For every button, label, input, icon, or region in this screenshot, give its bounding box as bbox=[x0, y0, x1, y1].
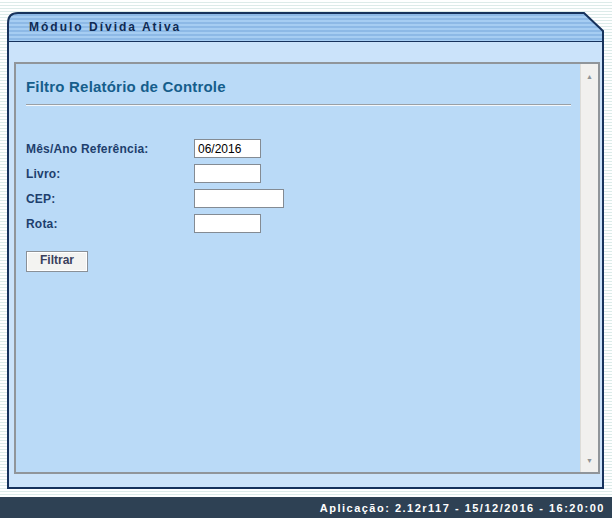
application-window: { "title_bar": { "title": "Módulo Dívida… bbox=[0, 0, 612, 518]
panel-heading: Filtro Relatório de Controle bbox=[26, 78, 571, 95]
form-row-rota: Rota: bbox=[26, 214, 571, 233]
mes-ano-referencia-label: Mês/Ano Referência: bbox=[26, 142, 194, 156]
form-row-livro: Livro: bbox=[26, 164, 571, 183]
rota-label: Rota: bbox=[26, 217, 194, 231]
mes-ano-referencia-input[interactable] bbox=[194, 139, 261, 158]
livro-label: Livro: bbox=[26, 167, 194, 181]
cep-input[interactable] bbox=[194, 189, 284, 208]
filter-panel-content: Filtro Relatório de Controle Mês/Ano Ref… bbox=[16, 64, 581, 472]
filter-form: Mês/Ano Referência: Livro: CEP: Rota: bbox=[26, 139, 571, 272]
rota-input[interactable] bbox=[194, 214, 261, 233]
form-row-cep: CEP: bbox=[26, 189, 571, 208]
vertical-scrollbar[interactable]: ▲ ▼ bbox=[580, 64, 598, 472]
status-text: Aplicação: 2.12r117 - 15/12/2016 - 16:20… bbox=[320, 502, 605, 514]
window-title: Módulo Dívida Ativa bbox=[29, 12, 181, 42]
filter-panel: Filtro Relatório de Controle Mês/Ano Ref… bbox=[14, 62, 600, 474]
heading-divider bbox=[26, 104, 571, 106]
scroll-down-icon[interactable]: ▼ bbox=[581, 452, 598, 468]
livro-input[interactable] bbox=[194, 164, 261, 183]
window-title-bar: Módulo Dívida Ativa bbox=[7, 12, 604, 42]
content-frame: Filtro Relatório de Controle Mês/Ano Ref… bbox=[7, 42, 604, 489]
scroll-up-icon[interactable]: ▲ bbox=[581, 68, 598, 84]
app-frame: Módulo Dívida Ativa Filtro Relatório de … bbox=[7, 12, 604, 489]
form-row-mes-ano: Mês/Ano Referência: bbox=[26, 139, 571, 158]
cep-label: CEP: bbox=[26, 192, 194, 206]
button-row: Filtrar bbox=[26, 250, 571, 272]
status-bar: Aplicação: 2.12r117 - 15/12/2016 - 16:20… bbox=[0, 497, 612, 518]
filtrar-button[interactable]: Filtrar bbox=[26, 251, 88, 272]
